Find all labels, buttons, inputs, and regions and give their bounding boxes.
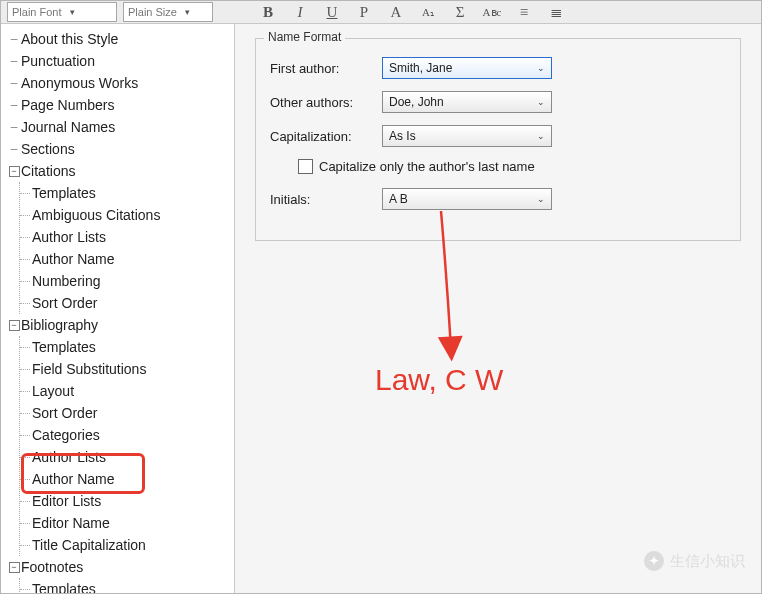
- collapse-icon[interactable]: −: [9, 320, 20, 331]
- tree-item-citations-numbering[interactable]: Numbering: [22, 270, 234, 292]
- chevron-down-icon: ▾: [185, 7, 190, 17]
- capitalization-label: Capitalization:: [270, 129, 370, 144]
- sigma-button[interactable]: Σ: [451, 4, 469, 20]
- align-button-2[interactable]: ≣: [547, 4, 565, 20]
- bold-button[interactable]: B: [259, 4, 277, 20]
- wechat-icon: ✦: [644, 551, 664, 571]
- tree-item-bibliography[interactable]: −Bibliography: [7, 314, 234, 336]
- annotation-text: Law, C W: [375, 363, 503, 397]
- tree-item-about[interactable]: –About this Style: [7, 28, 234, 50]
- tree-item-bib-layout[interactable]: Layout: [22, 380, 234, 402]
- other-authors-label: Other authors:: [270, 95, 370, 110]
- italic-button[interactable]: I: [291, 4, 309, 20]
- checkbox-label: Capitalize only the author's last name: [319, 159, 535, 174]
- p-button[interactable]: P: [355, 4, 373, 20]
- chevron-down-icon: ⌄: [537, 63, 545, 73]
- tree-item-bib-field-subs[interactable]: Field Substitutions: [22, 358, 234, 380]
- tree-item-citations-ambiguous[interactable]: Ambiguous Citations: [22, 204, 234, 226]
- initials-value: A B: [389, 192, 408, 206]
- tree-item-bib-editor-name[interactable]: Editor Name: [22, 512, 234, 534]
- capitalization-select[interactable]: As Is ⌄: [382, 125, 552, 147]
- formatting-toolbar: Plain Font ▾ Plain Size ▾ B I U P A A₁ Σ…: [1, 1, 761, 24]
- initials-select[interactable]: A B ⌄: [382, 188, 552, 210]
- first-author-label: First author:: [270, 61, 370, 76]
- tree-item-footnotes[interactable]: −Footnotes: [7, 556, 234, 578]
- tree-item-punctuation[interactable]: –Punctuation: [7, 50, 234, 72]
- a-button[interactable]: A: [387, 4, 405, 20]
- chevron-down-icon: ⌄: [537, 194, 545, 204]
- abc-button[interactable]: Aʙc: [483, 4, 501, 20]
- initials-label: Initials:: [270, 192, 370, 207]
- main-area: –About this Style –Punctuation –Anonymou…: [1, 24, 761, 594]
- tree-item-citations-sort-order[interactable]: Sort Order: [22, 292, 234, 314]
- chevron-down-icon: ▾: [70, 7, 75, 17]
- tree-item-citations[interactable]: −Citations: [7, 160, 234, 182]
- tree-item-sections[interactable]: –Sections: [7, 138, 234, 160]
- first-author-value: Smith, Jane: [389, 61, 452, 75]
- size-combo[interactable]: Plain Size ▾: [123, 2, 213, 22]
- tree-item-bib-title-cap[interactable]: Title Capitalization: [22, 534, 234, 556]
- tree-item-citations-author-lists[interactable]: Author Lists: [22, 226, 234, 248]
- collapse-icon[interactable]: −: [9, 166, 20, 177]
- font-combo[interactable]: Plain Font ▾: [7, 2, 117, 22]
- tree-item-footnotes-templates[interactable]: Templates: [22, 578, 234, 594]
- tree-item-bib-categories[interactable]: Categories: [22, 424, 234, 446]
- other-authors-select[interactable]: Doe, John ⌄: [382, 91, 552, 113]
- tree-item-citations-templates[interactable]: Templates: [22, 182, 234, 204]
- capitalize-lastname-checkbox[interactable]: [298, 159, 313, 174]
- subscript-button[interactable]: A₁: [419, 4, 437, 20]
- tree-item-citations-author-name[interactable]: Author Name: [22, 248, 234, 270]
- align-button-1[interactable]: ≡: [515, 4, 533, 20]
- tree-item-bib-author-lists[interactable]: Author Lists: [22, 446, 234, 468]
- tree-item-journal-names[interactable]: –Journal Names: [7, 116, 234, 138]
- tree-item-anonymous[interactable]: –Anonymous Works: [7, 72, 234, 94]
- settings-panel: Name Format First author: Smith, Jane ⌄ …: [235, 24, 761, 594]
- watermark: ✦ 生信小知识: [644, 551, 745, 571]
- tree-item-page-numbers[interactable]: –Page Numbers: [7, 94, 234, 116]
- tree-item-bib-templates[interactable]: Templates: [22, 336, 234, 358]
- collapse-icon[interactable]: −: [9, 562, 20, 573]
- other-authors-value: Doe, John: [389, 95, 444, 109]
- font-combo-label: Plain Font: [12, 6, 62, 18]
- chevron-down-icon: ⌄: [537, 97, 545, 107]
- app-window: Plain Font ▾ Plain Size ▾ B I U P A A₁ Σ…: [0, 0, 762, 594]
- name-format-group: Name Format First author: Smith, Jane ⌄ …: [255, 38, 741, 241]
- capitalization-value: As Is: [389, 129, 416, 143]
- size-combo-label: Plain Size: [128, 6, 177, 18]
- underline-button[interactable]: U: [323, 4, 341, 20]
- toolbar-format-buttons: B I U P A A₁ Σ Aʙc ≡ ≣: [259, 4, 565, 20]
- tree-item-bib-author-name[interactable]: Author Name: [22, 468, 234, 490]
- watermark-text: 生信小知识: [670, 552, 745, 571]
- group-title: Name Format: [264, 30, 345, 44]
- style-tree: –About this Style –Punctuation –Anonymou…: [1, 24, 235, 594]
- chevron-down-icon: ⌄: [537, 131, 545, 141]
- first-author-select[interactable]: Smith, Jane ⌄: [382, 57, 552, 79]
- tree-item-bib-editor-lists[interactable]: Editor Lists: [22, 490, 234, 512]
- tree-item-bib-sort-order[interactable]: Sort Order: [22, 402, 234, 424]
